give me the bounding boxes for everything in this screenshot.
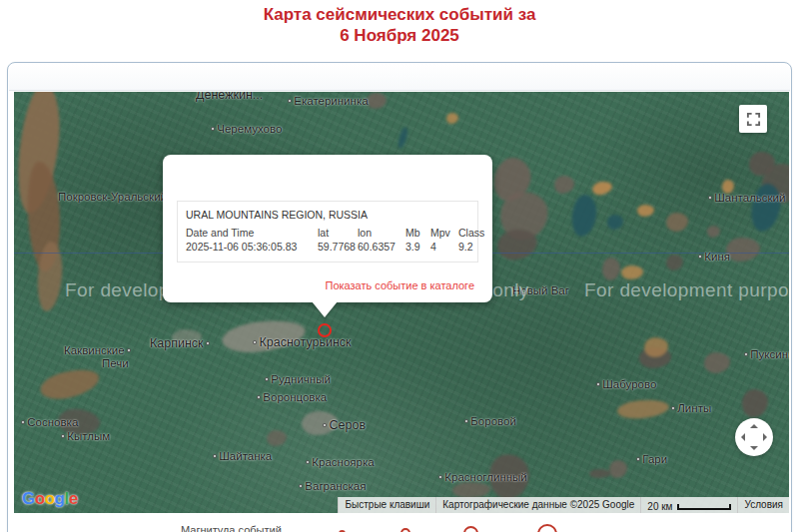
place-name: Пуксинка — [750, 348, 789, 360]
google-logo-letter: g — [55, 489, 65, 508]
map-place-label: Покровск-Уральский — [58, 191, 167, 203]
terrain-blob — [591, 180, 613, 196]
terrain-blob — [616, 398, 669, 420]
event-info-popup: URAL MOUNTAINS REGION, RUSSIA Date and T… — [163, 155, 492, 302]
event-info-box: URAL MOUNTAINS REGION, RUSSIA Date and T… — [177, 201, 478, 263]
terms-link[interactable]: Условия — [737, 497, 789, 513]
map-place-label: Черемухово — [211, 123, 282, 135]
place-name: Шабурово — [602, 378, 656, 390]
map-place-label: Шантальский — [708, 192, 785, 204]
legend-circle-3 — [537, 524, 557, 532]
place-marker-dot — [323, 423, 327, 427]
map-place-label: Боровой — [464, 415, 516, 427]
pan-control[interactable] — [735, 418, 773, 456]
terrain-blob — [38, 365, 102, 403]
map-place-label: Красноярка — [306, 456, 375, 468]
event-col-2: lon — [358, 226, 405, 240]
google-logo[interactable]: Google — [22, 489, 78, 509]
terrain-blob — [602, 258, 620, 280]
map-place-label: Карпинск — [150, 336, 210, 350]
map-place-label: Киня — [698, 251, 730, 263]
map-place-label: Шабурово — [596, 378, 656, 390]
place-name: Денежкин... — [196, 92, 263, 102]
map-place-label: Сосновка — [21, 416, 78, 428]
map-place-label: Красноглинный — [438, 471, 527, 483]
page-title-line1: Карта сейсмических событий за — [0, 4, 799, 25]
place-name: Красноглинный — [444, 471, 526, 483]
terrain-blob — [367, 93, 387, 109]
event-val-2: 60.6357 — [358, 240, 405, 254]
map-scale: 20 км — [640, 497, 737, 513]
event-col-3: Mb — [405, 226, 430, 240]
show-event-in-catalog-link[interactable]: Показать событие в каталоге — [325, 279, 474, 291]
event-val-1: 59.7768 — [318, 240, 358, 254]
event-val-3: 3.9 — [405, 240, 430, 254]
google-logo-letter: e — [69, 489, 78, 508]
fullscreen-button[interactable] — [739, 105, 767, 133]
place-marker-dot — [213, 454, 217, 458]
dev-watermark: For development purposes only — [584, 279, 789, 301]
keyboard-shortcuts-button[interactable]: Быстрые клавиши — [338, 497, 435, 513]
place-marker-dot — [265, 377, 269, 381]
event-col-0: Date and Time — [186, 226, 318, 240]
legend-circle-1 — [400, 528, 410, 532]
place-name: Боровой — [470, 415, 516, 427]
place-name: Кытлым — [67, 430, 110, 442]
google-logo-letter: G — [22, 489, 35, 508]
event-col-4: Mpv — [430, 226, 458, 240]
earthquake-marker[interactable] — [318, 323, 332, 337]
terrain-blob — [621, 266, 643, 279]
panel-header — [9, 64, 790, 91]
terrain-blob — [607, 215, 623, 230]
place-marker-dot — [253, 340, 257, 344]
map-panel: Денежкин... Екатерининка ЧеремуховоПокро… — [7, 62, 792, 532]
place-name: Серов — [330, 418, 367, 432]
place-marker-dot — [21, 420, 25, 424]
map-place-label: Каквинские — [64, 344, 131, 356]
place-name: Рудничный — [271, 373, 331, 385]
fullscreen-icon — [746, 112, 761, 127]
place-marker-dot — [288, 99, 292, 103]
google-logo-letter: o — [35, 489, 45, 508]
place-marker-dot — [698, 255, 702, 259]
place-name: Черемухово — [217, 123, 282, 135]
terrain-blob — [637, 205, 654, 217]
terrain-blob — [267, 430, 287, 446]
event-region: URAL MOUNTAINS REGION, RUSSIA — [186, 209, 469, 221]
magnitude-legend: Магнитуда событий — [9, 521, 792, 532]
place-marker-dot — [61, 434, 65, 438]
map-place-label: Серов — [323, 418, 366, 432]
place-marker-dot — [636, 457, 640, 461]
pan-down-icon[interactable] — [750, 446, 758, 450]
place-marker-dot — [464, 419, 468, 423]
map-place-label: Воронцовка — [257, 391, 327, 403]
map-scale-bar — [677, 504, 731, 510]
place-name: Краснотурьинск — [260, 335, 352, 349]
place-marker-dot — [306, 460, 310, 464]
map-place-label: Гари — [636, 453, 667, 465]
place-name: Екатерининка — [294, 95, 368, 107]
terrain-blob — [666, 255, 683, 270]
terrain-blob — [707, 226, 720, 238]
map-place-label: Рудничный — [265, 373, 331, 385]
map-place-label: Кытлым — [61, 430, 110, 442]
terrain-blob — [570, 194, 598, 238]
map-place-label: Вагранская — [299, 480, 366, 492]
place-name: Вагранская — [305, 480, 366, 492]
legend-label: Магнитуда событий — [181, 524, 282, 532]
pan-up-icon[interactable] — [750, 424, 758, 428]
attribution-bar: Быстрые клавиши Картографические данные … — [338, 497, 789, 513]
terrain-blob — [666, 213, 688, 232]
map-scale-label: 20 км — [647, 501, 672, 512]
place-marker-dot — [438, 475, 442, 479]
place-marker-dot — [211, 127, 215, 131]
event-val-4: 4 — [430, 240, 458, 254]
pan-right-icon[interactable] — [763, 433, 767, 441]
event-col-1: lat — [318, 226, 358, 240]
seismic-map[interactable]: Денежкин... Екатерининка ЧеремуховоПокро… — [14, 92, 789, 513]
pan-left-icon[interactable] — [741, 433, 745, 441]
google-logo-letter: o — [45, 489, 55, 508]
event-col-5: Class — [458, 226, 487, 240]
place-name: Покровск-Уральский — [58, 191, 167, 203]
place-marker-dot — [257, 395, 261, 399]
